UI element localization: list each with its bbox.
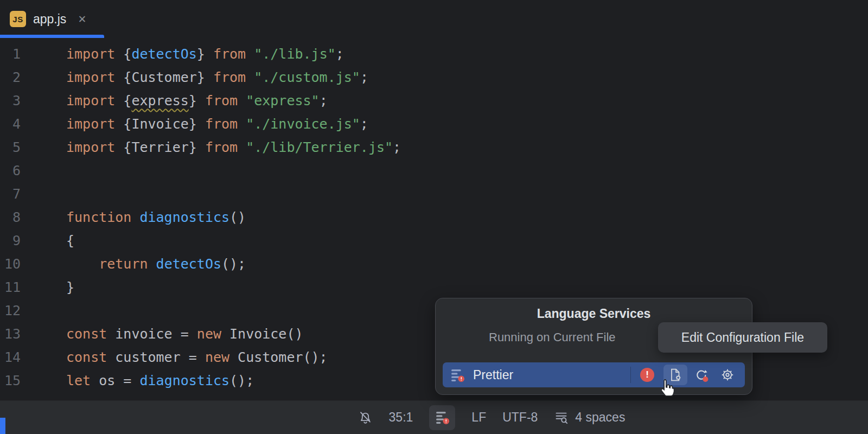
line-number[interactable]: 7: [0, 182, 21, 206]
code-token: const: [66, 349, 115, 365]
code-token: invoice =: [115, 326, 197, 342]
code-token: import: [66, 139, 123, 155]
code-token: Invoice(): [229, 326, 303, 342]
indent-settings-icon: [554, 410, 569, 425]
edit-configuration-tooltip: Edit Configuration File: [658, 322, 827, 353]
code-token: new: [205, 349, 238, 365]
line-number[interactable]: 4: [0, 112, 21, 136]
line-number[interactable]: 5: [0, 136, 21, 159]
editor-tab-bar: JS app.js ✕: [0, 0, 868, 38]
code-token: {Customer}: [123, 69, 213, 85]
code-token: "./lib/Terrier.js": [246, 139, 393, 155]
code-line[interactable]: import {express} from "express";: [66, 89, 868, 112]
code-line[interactable]: }: [66, 276, 868, 299]
code-token: from: [213, 69, 254, 85]
file-encoding[interactable]: UTF-8: [502, 410, 538, 425]
restart-service-button[interactable]: [690, 365, 713, 385]
line-number[interactable]: 2: [0, 66, 21, 89]
code-line[interactable]: import {Terrier} from "./lib/Terrier.js"…: [66, 136, 868, 159]
line-number[interactable]: 6: [0, 159, 21, 182]
code-token: from: [205, 116, 246, 132]
line-number[interactable]: 12: [0, 299, 21, 322]
active-toolwindow-stripe: [0, 418, 5, 434]
code-line[interactable]: [66, 182, 868, 206]
prettier-icon: [450, 368, 465, 382]
tab-title: app.js: [33, 12, 66, 27]
code-token: detectOs: [156, 256, 221, 272]
indent-style: 4 spaces: [575, 410, 625, 425]
code-token: {Invoice}: [123, 116, 205, 132]
status-bar: 35:1 LF UTF-8: [0, 400, 868, 434]
code-token: }: [197, 46, 213, 62]
line-number[interactable]: 1: [0, 42, 21, 66]
code-token: {: [123, 46, 131, 62]
line-number[interactable]: 9: [0, 229, 21, 252]
code-token: (): [229, 209, 246, 225]
code-line[interactable]: import {Invoice} from "./invoice.js";: [66, 112, 868, 136]
line-number[interactable]: 10: [0, 252, 21, 276]
code-token: "./lib.js": [254, 46, 336, 62]
error-badge-icon: !: [640, 368, 654, 382]
service-settings-button[interactable]: [716, 365, 739, 385]
code-token: import: [66, 93, 123, 108]
code-token: {: [66, 233, 74, 248]
line-separator[interactable]: LF: [471, 410, 486, 425]
line-number[interactable]: 13: [0, 322, 21, 346]
row-divider: [630, 367, 631, 383]
code-line[interactable]: import {detectOs} from "./lib.js";: [66, 42, 868, 66]
code-token: "express": [246, 93, 319, 108]
line-number[interactable]: 11: [0, 276, 21, 299]
notifications-muted-icon[interactable]: [358, 410, 373, 425]
code-token: from: [205, 139, 246, 155]
code-token: import: [66, 46, 123, 62]
code-token: import: [66, 116, 123, 132]
code-token: ;: [336, 46, 344, 62]
code-token: customer =: [115, 349, 205, 365]
code-token: "./invoice.js": [246, 116, 360, 132]
indent-widget[interactable]: 4 spaces: [554, 410, 625, 425]
line-number[interactable]: 3: [0, 89, 21, 112]
code-token: detectOs: [131, 46, 196, 62]
code-line[interactable]: [66, 159, 868, 182]
code-token: diagnostics: [139, 209, 229, 225]
hand-cursor-icon: [658, 378, 676, 401]
code-line[interactable]: function diagnostics(): [66, 206, 868, 229]
code-token: from: [205, 93, 246, 108]
status-widgets: 35:1 LF UTF-8: [358, 405, 626, 430]
code-token: ;: [360, 116, 368, 132]
line-number[interactable]: 14: [0, 346, 21, 369]
code-token: ;: [393, 139, 401, 155]
code-token: }: [66, 279, 74, 295]
code-token: diagnostics: [139, 373, 229, 388]
gutter: 123456789101112131415: [0, 42, 21, 392]
line-number[interactable]: 15: [0, 369, 21, 392]
code-token: const: [66, 326, 115, 342]
code-token: from: [213, 46, 254, 62]
service-name: Prettier: [473, 368, 513, 382]
code-line[interactable]: import {Customer} from "./custom.js";: [66, 66, 868, 89]
code-token: function: [66, 209, 139, 225]
code-token: ();: [229, 373, 254, 388]
javascript-file-icon: JS: [10, 11, 26, 27]
code-token: {: [123, 93, 131, 108]
prettier-status-icon: [435, 410, 450, 425]
popup-title: Language Services: [436, 307, 752, 321]
prettier-service-row[interactable]: Prettier !: [443, 362, 745, 387]
code-token: new: [197, 326, 229, 342]
code-token: ;: [360, 69, 368, 85]
prettier-status-button[interactable]: [429, 405, 455, 430]
code-token: ;: [320, 93, 328, 108]
line-number[interactable]: 8: [0, 206, 21, 229]
code-line[interactable]: return detectOs();: [66, 252, 868, 276]
code-line[interactable]: {: [66, 229, 868, 252]
gear-icon: [720, 368, 735, 382]
restart-icon: [694, 368, 709, 382]
code-token: "./custom.js": [254, 69, 360, 85]
code-token: import: [66, 69, 123, 85]
code-token: }: [189, 93, 205, 108]
tab-app-js[interactable]: JS app.js ✕: [0, 0, 104, 38]
ide-window: JS app.js ✕ 123456789101112131415 import…: [0, 0, 868, 400]
code-token: ();: [221, 256, 246, 272]
close-tab-icon[interactable]: ✕: [78, 13, 86, 25]
caret-position[interactable]: 35:1: [389, 410, 413, 425]
